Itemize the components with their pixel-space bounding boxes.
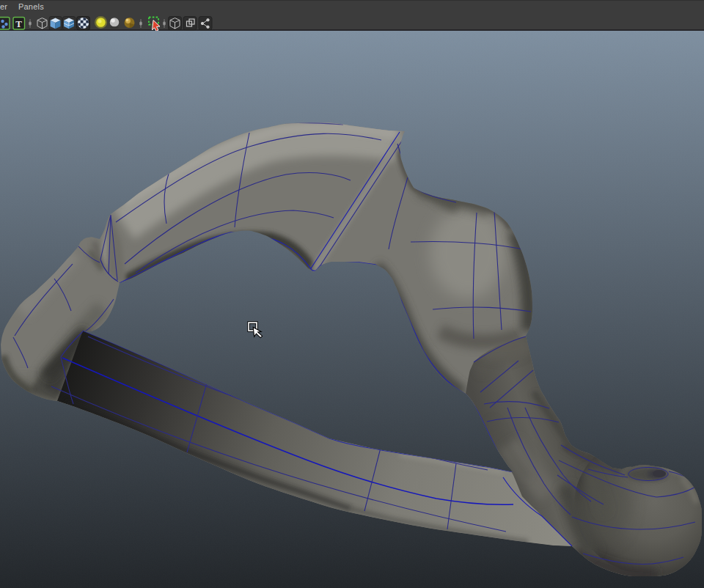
svg-text:T: T (15, 18, 22, 29)
